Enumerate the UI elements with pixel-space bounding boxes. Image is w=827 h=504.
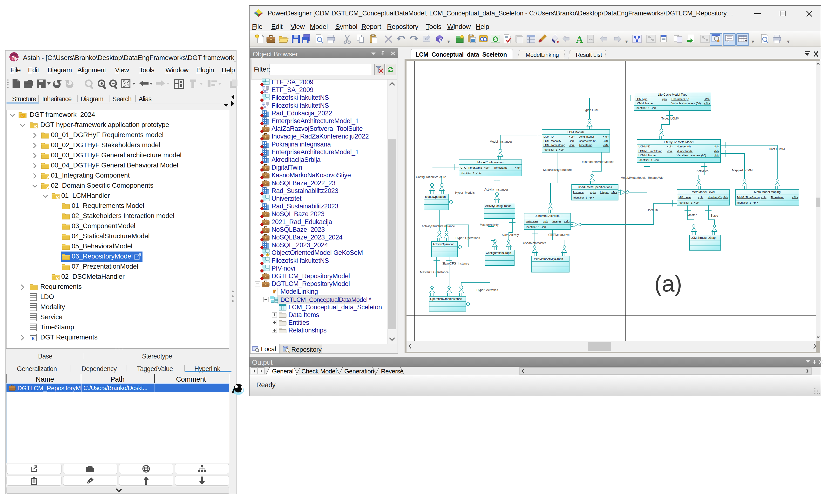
svg-text:ActivityStructureInstance: ActivityStructureInstance <box>422 225 455 228</box>
svg-text:LCM Modality: LCM Modality <box>543 139 561 143</box>
svg-text:<pi>: <pi> <box>698 196 703 199</box>
svg-text:Slave: Slave <box>711 214 718 217</box>
svg-text:Identifier 1 <pi>: Identifier 1 <pi> <box>679 201 699 204</box>
svg-text:Timestamp: Timestamp <box>579 144 592 147</box>
svg-text:LCM Tomestamp: LCM Tomestamp <box>543 144 565 147</box>
svg-text:Timestamp: Timestamp <box>494 166 507 169</box>
svg-text:Identifier 1 <pi>: Identifier 1 <pi> <box>461 172 482 175</box>
svg-text:Mapped LCMM: Mapped LCMM <box>732 169 752 172</box>
svg-text:Instance: Instance <box>573 191 583 194</box>
svg-text:<M>: <M> <box>723 196 728 199</box>
svg-text:?: ? <box>440 39 442 42</box>
svg-text:ModelConfiguration: ModelConfiguration <box>477 161 503 164</box>
svg-text:<pi>: <pi> <box>569 139 575 143</box>
svg-text:<M>: <M> <box>704 102 710 105</box>
svg-text:<M>: <M> <box>603 139 609 143</box>
svg-text:A: A <box>576 34 583 45</box>
svg-text:<M>: <M> <box>714 154 719 157</box>
svg-text:<M>: <M> <box>792 196 798 199</box>
svg-text:Timestamp: Timestamp <box>771 196 784 199</box>
svg-text:Model Instances: Model Instances <box>490 140 513 143</box>
svg-text:UsedMetaSlave: UsedMetaSlave <box>548 233 570 237</box>
svg-text:LCM ID: LCM ID <box>543 135 553 138</box>
svg-text:LCMM TimeStamp: LCMM TimeStamp <box>638 150 662 153</box>
svg-text:UsedTMetaSpecifications: UsedTMetaSpecifications <box>578 185 612 189</box>
svg-text:LCM Models: LCM Models <box>567 130 584 134</box>
svg-text:MetaMMetaModels RelatedWith: MetaMMetaModels RelatedWith <box>621 176 664 179</box>
svg-text:Identifier 1 <pi>: Identifier 1 <pi> <box>544 148 565 151</box>
svg-text:Variable characters (80): Variable characters (80) <box>677 154 706 157</box>
svg-text:MM Level: MM Level <box>678 196 691 199</box>
svg-text:Meta Model Maping: Meta Model Maping <box>754 190 781 194</box>
svg-text:LCMM Name: LCMM Name <box>638 154 655 157</box>
svg-text:LifeCyCle Meta Model: LifeCyCle Meta Model <box>664 141 694 144</box>
svg-text:OperationGraphInstance: OperationGraphInstance <box>430 297 462 301</box>
svg-text:Hyper Models: Hyper Models <box>455 191 475 194</box>
svg-text:Characters (2): Characters (2) <box>579 139 596 143</box>
svg-text:MetaModel Level: MetaModel Level <box>692 190 715 194</box>
svg-text:RelatedMetaMetaModels: RelatedMetaMetaModels <box>581 160 614 164</box>
svg-text:<pi>: <pi> <box>543 220 548 223</box>
svg-text:Variable characters (80): Variable characters (80) <box>672 102 701 105</box>
svg-text:<M>: <M> <box>704 98 710 101</box>
svg-text:Identifier 1 <pi>: Identifier 1 <pi> <box>639 159 660 161</box>
svg-text:Master: Master <box>687 214 696 217</box>
svg-text:MetaActivityStructure: MetaActivityStructure <box>543 168 572 172</box>
svg-text:Integer: Integer <box>600 191 609 194</box>
svg-text:<M>: <M> <box>603 144 609 147</box>
svg-text:UsedMetaActivityGraph: UsedMetaActivityGraph <box>533 257 563 261</box>
svg-text:<M>: <M> <box>714 145 719 148</box>
svg-text:Activities: Activities <box>696 169 709 173</box>
svg-text:Identifier 1 <pi>: Identifier 1 <pi> <box>573 196 594 199</box>
svg-text:<pi>: <pi> <box>667 150 673 153</box>
svg-text:<pi>: <pi> <box>667 145 673 148</box>
svg-text:Hyper Operations: Hyper Operations <box>455 236 480 240</box>
svg-text:Identifier 1 <pi>: Identifier 1 <pi> <box>737 201 758 204</box>
svg-text:<Undefined>: <Undefined> <box>677 150 693 153</box>
svg-text:<M>: <M> <box>714 150 719 153</box>
svg-text:<pi>: <pi> <box>761 196 767 199</box>
svg-text:ConfigurationGraph: ConfigurationGraph <box>486 251 511 255</box>
svg-text:ActivityOperation: ActivityOperation <box>433 242 454 246</box>
svg-text:MMM TimeStamp: MMM TimeStamp <box>737 196 760 199</box>
svg-text:LCMType: LCMType <box>636 98 647 101</box>
svg-text:Identifier 1 <pi>: Identifier 1 <pi> <box>526 225 547 228</box>
svg-text:ActivityConfiguration: ActivityConfiguration <box>485 204 512 208</box>
svg-text:<pi>: <pi> <box>662 98 667 101</box>
svg-text:LCM StructureGraph: LCM StructureGraph <box>690 236 717 239</box>
svg-text:MasterActivity: MasterActivity <box>480 223 499 226</box>
svg-text:Long integer: Long integer <box>579 135 594 138</box>
svg-text:ConfigurationStructure: ConfigurationStructure <box>416 175 446 179</box>
svg-text:SlaveActivity: SlaveActivity <box>502 233 519 237</box>
svg-text:InstanceA: InstanceA <box>526 220 538 223</box>
svg-text:P: P <box>21 114 23 118</box>
svg-text:<M>: <M> <box>612 191 617 194</box>
svg-text:<pi>: <pi> <box>484 166 490 169</box>
svg-text:<M>: <M> <box>603 135 609 138</box>
svg-text:UsedMetaActivities: UsedMetaActivities <box>535 214 560 218</box>
svg-text:Integer: Integer <box>552 220 561 223</box>
svg-text:Activity Instances: Activity Instances <box>484 188 508 191</box>
svg-text:LCMM Name: LCMM Name <box>636 102 653 105</box>
svg-text:SlaveCFG Instance: SlaveCFG Instance <box>442 262 469 265</box>
svg-text:UsedMetaMaster: UsedMetaMaster <box>523 241 546 245</box>
svg-text:(a): (a) <box>654 271 682 296</box>
svg-text:<pi>: <pi> <box>569 135 575 138</box>
svg-text:LCMM ID: LCMM ID <box>638 145 650 148</box>
svg-text:Identifier 1 <pi>: Identifier 1 <pi> <box>636 107 656 109</box>
svg-text:Hyper Activities: Hyper Activities <box>476 288 498 292</box>
svg-text:<pi>: <pi> <box>569 144 575 147</box>
svg-text:Characters (2): Characters (2) <box>672 98 689 101</box>
svg-text:Used in: Used in <box>647 208 658 212</box>
svg-text:Life Cycle Model Type: Life Cycle Model Type <box>658 93 687 96</box>
svg-text:<M>: <M> <box>515 166 521 169</box>
svg-text:<M>: <M> <box>564 220 570 223</box>
svg-text:Number (4): Number (4) <box>677 145 691 148</box>
svg-text:R: R <box>32 336 35 341</box>
svg-text:CFG TimeStamp: CFG TimeStamp <box>460 166 482 169</box>
svg-text:ModelOperation: ModelOperation <box>425 195 446 199</box>
svg-text:Host LCMM: Host LCMM <box>769 148 785 151</box>
svg-text:Typed LCMM: Typed LCMM <box>661 117 679 120</box>
svg-text:<pi>: <pi> <box>590 191 596 194</box>
svg-text:MasterCFG Instance: MasterCFG Instance <box>420 271 449 274</box>
